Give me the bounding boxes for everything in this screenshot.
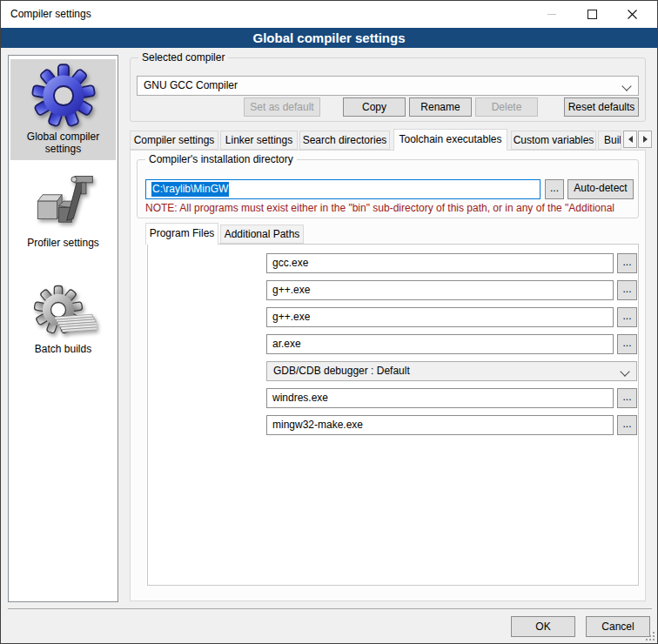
resource-compiler-browse-button[interactable]: ... bbox=[617, 388, 637, 408]
minimize-button[interactable] bbox=[532, 1, 572, 28]
sidebar-item-label: Batch builds bbox=[10, 343, 116, 355]
maximize-button[interactable] bbox=[572, 1, 612, 28]
close-button[interactable] bbox=[612, 1, 652, 28]
gear-blue-icon bbox=[30, 63, 97, 129]
tab-additional-paths[interactable]: Additional Paths bbox=[220, 225, 304, 244]
window-title: Compiler settings bbox=[10, 8, 91, 20]
main-tabstrip: Compiler settings Linker settings Search… bbox=[130, 129, 658, 151]
close-icon bbox=[628, 10, 637, 19]
chevron-down-icon bbox=[620, 366, 629, 376]
c-compiler-browse-button[interactable]: ... bbox=[617, 253, 637, 273]
resource-compiler-input[interactable]: windres.exe bbox=[266, 388, 614, 408]
tab-program-files[interactable]: Program Files bbox=[145, 223, 218, 245]
group-label: Compiler's installation directory bbox=[145, 153, 297, 165]
tab-scroll-left-button[interactable] bbox=[623, 131, 637, 148]
cpp-compiler-input[interactable]: g++.exe bbox=[266, 280, 614, 300]
installation-directory-browse-button[interactable]: ... bbox=[545, 179, 564, 199]
tab-scroll-right-button[interactable] bbox=[638, 131, 652, 148]
arrow-right-icon bbox=[643, 136, 648, 143]
sidebar: Global compiler settings Profiler settin… bbox=[8, 55, 118, 602]
tab-compiler-settings[interactable]: Compiler settings bbox=[130, 131, 218, 150]
cancel-button[interactable]: Cancel bbox=[586, 616, 650, 637]
minimize-icon bbox=[547, 14, 556, 15]
compiler-settings-dialog: Compiler settings Global compiler settin… bbox=[0, 0, 658, 644]
tab-search-directories[interactable]: Search directories bbox=[299, 131, 390, 150]
compiler-select-value: GNU GCC Compiler bbox=[144, 79, 238, 91]
sidebar-item-profiler-settings[interactable]: Profiler settings bbox=[10, 167, 116, 258]
static-linker-browse-button[interactable]: ... bbox=[617, 334, 637, 354]
compiler-buttons-row: Set as default Copy Rename Delete Reset … bbox=[137, 97, 639, 117]
cpp-compiler-browse-button[interactable]: ... bbox=[617, 280, 637, 300]
group-label: Selected compiler bbox=[138, 51, 228, 64]
copy-button[interactable]: Copy bbox=[343, 97, 406, 117]
tab-toolchain-executables[interactable]: Toolchain executables bbox=[393, 129, 507, 151]
chevron-down-icon bbox=[621, 81, 631, 91]
gear-batch-builds-icon bbox=[30, 284, 97, 341]
tab-custom-variables[interactable]: Custom variables bbox=[511, 131, 596, 150]
maximize-icon bbox=[588, 10, 597, 19]
debugger-select-value: GDB/CDB debugger : Default bbox=[273, 365, 410, 377]
tab-linker-settings[interactable]: Linker settings bbox=[220, 131, 298, 150]
footer-divider bbox=[8, 608, 652, 609]
dynamic-linker-browse-button[interactable]: ... bbox=[617, 307, 637, 327]
sidebar-item-global-compiler-settings[interactable]: Global compiler settings bbox=[10, 59, 116, 160]
static-linker-input[interactable]: ar.exe bbox=[266, 334, 614, 354]
set-as-default-button[interactable]: Set as default bbox=[244, 97, 320, 117]
titlebar[interactable]: Compiler settings bbox=[1, 1, 657, 28]
selected-path-text: C:\raylib\MinGW bbox=[151, 182, 229, 197]
dynamic-linker-input[interactable]: g++.exe bbox=[266, 307, 614, 327]
rename-button[interactable]: Rename bbox=[409, 97, 472, 117]
debugger-select[interactable]: GDB/CDB debugger : Default bbox=[266, 361, 637, 381]
make-program-browse-button[interactable]: ... bbox=[617, 415, 637, 435]
dialog-header: Global compiler settings bbox=[1, 28, 657, 48]
installation-directory-input[interactable]: C:\raylib\MinGW bbox=[145, 179, 540, 199]
c-compiler-input[interactable]: gcc.exe bbox=[266, 253, 614, 273]
resize-grip[interactable] bbox=[645, 631, 655, 641]
make-program-input[interactable]: mingw32-make.exe bbox=[266, 415, 614, 435]
tab-build-clipped[interactable]: Build bbox=[598, 131, 621, 150]
delete-button[interactable]: Delete bbox=[475, 97, 538, 117]
arrow-left-icon bbox=[628, 136, 633, 143]
sidebar-item-label: Profiler settings bbox=[10, 237, 116, 249]
sidebar-item-batch-builds[interactable]: Batch builds bbox=[10, 280, 116, 362]
auto-detect-button[interactable]: Auto-detect bbox=[567, 179, 634, 199]
note-text: NOTE: All programs must exist either in … bbox=[145, 202, 635, 214]
reset-defaults-button[interactable]: Reset defaults bbox=[564, 97, 639, 117]
compiler-select[interactable]: GNU GCC Compiler bbox=[137, 76, 639, 96]
ok-button[interactable]: OK bbox=[511, 616, 575, 637]
profiler-caliper-icon bbox=[30, 171, 97, 235]
sidebar-item-label: Global compiler settings bbox=[10, 131, 116, 155]
